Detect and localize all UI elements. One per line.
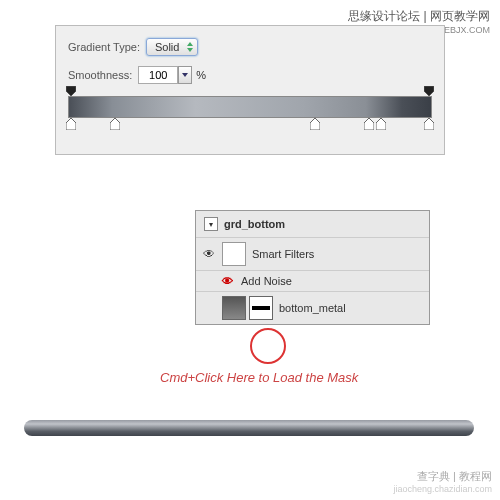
footer-url: jiaocheng.chazidian.com	[393, 484, 492, 494]
layer-group-header[interactable]: ▾ grd_bottom	[196, 211, 429, 238]
layer-mask-thumbnail[interactable]	[249, 296, 273, 320]
color-stop[interactable]	[66, 118, 76, 130]
gradient-preview-bar[interactable]	[68, 96, 432, 118]
add-noise-label: Add Noise	[241, 275, 292, 287]
annotation-circle	[250, 328, 286, 364]
layer-thumbnail[interactable]	[222, 296, 246, 320]
smoothness-input-group	[138, 66, 192, 84]
gradient-type-row: Gradient Type: Solid	[68, 38, 432, 56]
svg-marker-7	[424, 118, 434, 130]
visibility-eye-icon[interactable]: 👁	[200, 245, 218, 263]
metal-bar-result	[24, 420, 474, 436]
bottom-metal-row[interactable]: bottom_metal	[196, 292, 429, 324]
color-stop[interactable]	[310, 118, 320, 130]
gradient-editor-panel: Gradient Type: Solid Smoothness: %	[55, 25, 445, 155]
color-stop[interactable]	[376, 118, 386, 130]
chevron-down-icon	[182, 73, 188, 77]
footer-text: 查字典 | 教程网	[393, 469, 492, 484]
gradient-type-dropdown[interactable]: Solid	[146, 38, 198, 56]
opacity-stop[interactable]	[66, 86, 76, 96]
visibility-eye-icon[interactable]: 👁	[222, 275, 233, 287]
smart-filters-label: Smart Filters	[252, 248, 314, 260]
svg-marker-2	[66, 118, 76, 130]
layer-collapse-toggle[interactable]: ▾	[204, 217, 218, 231]
annotation-text: Cmd+Click Here to Load the Mask	[160, 370, 358, 385]
smart-filters-row[interactable]: 👁 Smart Filters	[196, 238, 429, 271]
smoothness-stepper[interactable]	[178, 66, 192, 84]
color-stop[interactable]	[110, 118, 120, 130]
svg-marker-1	[424, 86, 434, 96]
filter-mask-thumb[interactable]	[222, 242, 246, 266]
gradient-type-value: Solid	[155, 41, 179, 53]
add-noise-row[interactable]: 👁 Add Noise	[196, 271, 429, 292]
smoothness-label: Smoothness:	[68, 69, 132, 81]
opacity-stop[interactable]	[424, 86, 434, 96]
svg-marker-6	[376, 118, 386, 130]
header-top: 思缘设计论坛 | 网页教学网	[348, 8, 490, 25]
svg-marker-5	[364, 118, 374, 130]
smoothness-field[interactable]	[138, 66, 178, 84]
gradient-bar-container	[68, 96, 432, 118]
mask-content	[252, 306, 270, 310]
percent-label: %	[196, 69, 206, 81]
svg-marker-3	[110, 118, 120, 130]
svg-marker-0	[66, 86, 76, 96]
footer-attribution: 查字典 | 教程网 jiaocheng.chazidian.com	[393, 469, 492, 494]
svg-marker-4	[310, 118, 320, 130]
gradient-type-label: Gradient Type:	[68, 41, 140, 53]
smoothness-row: Smoothness: %	[68, 66, 432, 84]
layer-group-name: grd_bottom	[224, 218, 285, 230]
layers-panel: ▾ grd_bottom 👁 Smart Filters 👁 Add Noise…	[195, 210, 430, 325]
color-stop[interactable]	[424, 118, 434, 130]
color-stop[interactable]	[364, 118, 374, 130]
bottom-metal-label: bottom_metal	[279, 302, 346, 314]
